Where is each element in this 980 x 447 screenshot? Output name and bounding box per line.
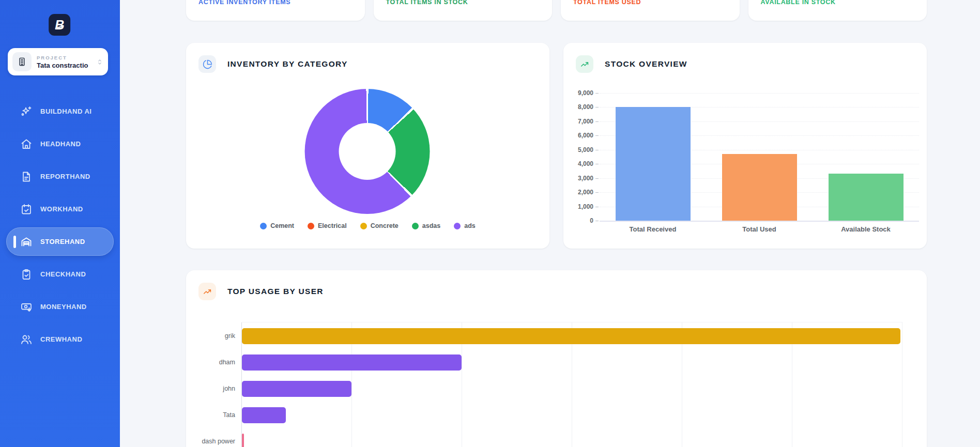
sidebar: B PROJECT Tata constractio BUILDHAND AIH…	[0, 0, 120, 447]
active-indicator-bar	[13, 236, 16, 248]
stock-bar-chart: 01,0002,0003,0004,0005,0006,0007,0008,00…	[563, 43, 927, 249]
project-selector[interactable]: PROJECT Tata constractio	[8, 48, 108, 75]
panel-title: INVENTORY BY CATEGORY	[227, 59, 348, 69]
bar-grik	[242, 328, 900, 344]
sparkles-icon	[20, 105, 33, 118]
x-axis-label: Available Stock	[813, 225, 919, 233]
y-axis-tick-label: 3,000	[571, 175, 593, 182]
donut-hole	[339, 123, 395, 180]
legend-item[interactable]: Cement	[260, 222, 294, 229]
legend-item[interactable]: ads	[454, 222, 476, 229]
y-axis-tick	[595, 93, 599, 94]
y-axis-tick	[595, 207, 599, 207]
y-axis-tick-label: 9,000	[571, 89, 593, 97]
stat-card: ACTIVE INVENTORY ITEMS	[186, 0, 365, 21]
active-indicator-bar	[13, 203, 16, 215]
main-content: ACTIVE INVENTORY ITEMSTOTAL ITEMS IN STO…	[120, 0, 980, 447]
legend-swatch	[260, 223, 267, 229]
active-indicator-bar	[13, 138, 16, 150]
category-label: dham	[186, 358, 235, 367]
sidebar-item-buildhand-ai[interactable]: BUILDHAND AI	[6, 97, 114, 126]
y-axis-tick	[595, 221, 599, 221]
category-label: john	[186, 384, 235, 393]
y-axis-tick	[595, 135, 599, 136]
panel-stock-overview: STOCK OVERVIEW 01,0002,0003,0004,0005,00…	[563, 43, 927, 249]
sidebar-item-headhand[interactable]: HEADHAND	[6, 130, 114, 158]
x-axis-label: Total Received	[600, 225, 706, 233]
project-name: Tata constractio	[37, 61, 95, 69]
y-axis-tick-label: 2,000	[571, 189, 593, 196]
stat-card: TOTAL ITEMS USED	[561, 0, 740, 21]
bar-tata	[242, 407, 286, 423]
bar-available-stock	[829, 174, 904, 221]
bar-dash-power	[242, 434, 244, 447]
active-indicator-bar	[13, 268, 16, 281]
y-axis-tick-label: 6,000	[571, 132, 593, 139]
stat-card-label: AVAILABLE IN STOCK	[761, 0, 915, 6]
bar-total-received	[616, 107, 691, 221]
legend-item[interactable]: Concrete	[360, 222, 399, 229]
y-axis-tick	[595, 164, 599, 164]
project-label: PROJECT	[37, 55, 95, 60]
legend-label: ads	[464, 222, 476, 229]
legend-swatch	[454, 223, 461, 229]
clipboard-check-icon	[20, 268, 33, 281]
users-icon	[20, 333, 33, 346]
sidebar-item-label: MONEYHAND	[40, 303, 87, 311]
panel-top-usage-by-user: TOP USAGE BY USER grikdhamjohnTatadash p…	[186, 270, 927, 447]
category-label: grik	[186, 331, 235, 341]
stat-card: AVAILABLE IN STOCK	[748, 0, 927, 21]
legend-item[interactable]: asdas	[412, 222, 440, 229]
stat-card-label: TOTAL ITEMS USED	[573, 0, 727, 6]
sidebar-item-label: CHECKHAND	[40, 270, 86, 278]
bar-total-used	[722, 154, 797, 221]
chart-top-border	[241, 322, 902, 322]
y-axis-tick	[595, 150, 599, 150]
category-label: dash power	[186, 437, 235, 446]
sidebar-item-storehand[interactable]: STOREHAND	[6, 227, 114, 256]
legend-label: Concrete	[371, 222, 399, 229]
sidebar-item-workhand[interactable]: WORKHAND	[6, 195, 114, 223]
sidebar-item-label: HEADHAND	[40, 140, 81, 148]
y-axis-tick	[595, 107, 599, 107]
y-axis-tick-label: 5,000	[571, 146, 593, 153]
warehouse-icon	[20, 235, 33, 249]
donut-chart	[304, 89, 430, 214]
unfold-chevron-icon	[96, 58, 104, 66]
calendar-check-icon	[20, 203, 33, 216]
sidebar-item-label: STOREHAND	[40, 238, 85, 245]
sidebar-item-label: WORKHAND	[40, 205, 83, 213]
legend-label: asdas	[422, 222, 440, 229]
y-axis-tick	[595, 192, 599, 193]
y-axis-tick	[595, 178, 599, 179]
sidebar-item-crewhand[interactable]: CREWHAND	[6, 325, 114, 353]
pie-chart-icon	[198, 55, 216, 73]
sidebar-item-reporthand[interactable]: REPORTHAND	[6, 162, 114, 191]
legend-label: Cement	[270, 222, 294, 229]
sidebar-item-label: REPORTHAND	[40, 173, 90, 180]
stat-cards-row: ACTIVE INVENTORY ITEMSTOTAL ITEMS IN STO…	[186, 0, 927, 21]
legend-label: Electrical	[318, 222, 347, 229]
y-axis-tick-label: 8,000	[571, 103, 593, 111]
sidebar-item-checkhand[interactable]: CHECKHAND	[6, 260, 114, 288]
x-axis-label: Total Used	[706, 225, 813, 233]
app-logo[interactable]: B	[49, 14, 70, 36]
sidebar-item-label: CREWHAND	[40, 335, 82, 343]
gridline	[600, 93, 919, 94]
active-indicator-bar	[13, 333, 16, 346]
legend-item[interactable]: Electrical	[308, 222, 347, 229]
active-indicator-bar	[13, 301, 16, 313]
active-indicator-bar	[13, 105, 16, 118]
file-text-icon	[20, 170, 33, 183]
banknote-down-icon	[20, 300, 33, 314]
panel-header: INVENTORY BY CATEGORY	[198, 55, 348, 73]
project-text: PROJECT Tata constractio	[37, 55, 95, 69]
x-axis-line	[600, 221, 919, 222]
y-axis-tick	[595, 121, 599, 122]
active-indicator-bar	[13, 171, 16, 183]
sidebar-item-moneyhand[interactable]: MONEYHAND	[6, 292, 114, 321]
y-axis-tick-label: 1,000	[571, 203, 593, 210]
building-icon	[12, 52, 32, 71]
chart-legend: CementElectricalConcreteasdasads	[186, 222, 549, 229]
legend-swatch	[308, 223, 314, 229]
